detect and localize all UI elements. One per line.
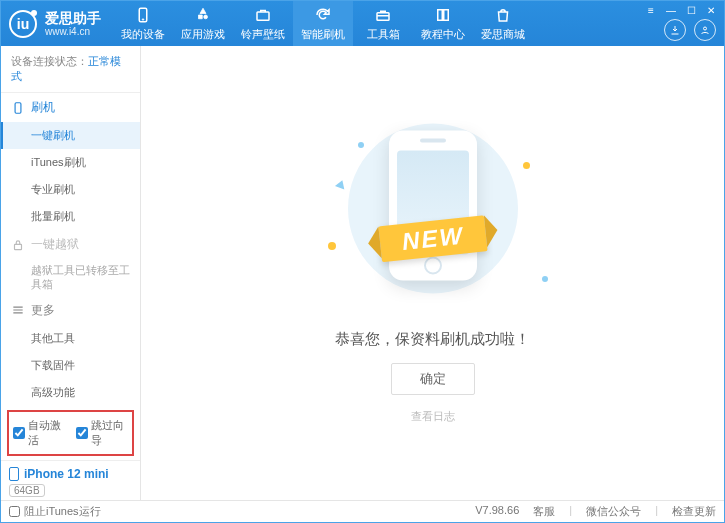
skip-setup-input[interactable]	[76, 427, 88, 439]
nav-ringtone-wallpaper[interactable]: 铃声壁纸	[233, 1, 293, 46]
minimize-button[interactable]: —	[662, 3, 680, 17]
bag-icon	[494, 6, 512, 24]
account-button[interactable]	[694, 19, 716, 41]
nav-label: 爱思商城	[481, 27, 525, 42]
view-log-link[interactable]: 查看日志	[411, 409, 455, 424]
block-itunes-checkbox[interactable]: 阻止iTunes运行	[9, 504, 101, 519]
nav-tutorial[interactable]: 教程中心	[413, 1, 473, 46]
lock-icon	[11, 238, 25, 252]
nav-label: 智能刷机	[301, 27, 345, 42]
nav-label: 教程中心	[421, 27, 465, 42]
skip-setup-label: 跳过向导	[91, 418, 129, 448]
phone-icon	[11, 101, 25, 115]
sidebar-group-jailbreak: 一键越狱	[1, 230, 140, 259]
download-button[interactable]	[664, 19, 686, 41]
options-highlight-box: 自动激活 跳过向导	[7, 410, 134, 456]
checkbox-skip-setup[interactable]: 跳过向导	[76, 418, 129, 448]
nav-label: 铃声壁纸	[241, 27, 285, 42]
sidebar-item-batch-flash[interactable]: 批量刷机	[1, 203, 140, 230]
device-storage-badge: 64GB	[9, 484, 45, 497]
apps-icon	[194, 6, 212, 24]
checkbox-auto-activate[interactable]: 自动激活	[13, 418, 66, 448]
sidebar-item-one-key-flash[interactable]: 一键刷机	[1, 122, 140, 149]
sidebar-group-flash[interactable]: 刷机	[1, 93, 140, 122]
user-icon	[699, 24, 711, 36]
jailbreak-note: 越狱工具已转移至工具箱	[1, 259, 140, 296]
sidebar-item-advanced[interactable]: 高级功能	[1, 379, 140, 406]
nav-store[interactable]: 爱思商城	[473, 1, 533, 46]
auto-activate-label: 自动激活	[28, 418, 66, 448]
svg-rect-6	[15, 244, 22, 249]
menu-icon	[11, 303, 25, 317]
download-icon	[669, 24, 681, 36]
close-button[interactable]: ✕	[702, 3, 720, 17]
sidebar: 设备连接状态：正常模式 刷机 一键刷机 iTunes刷机 专业刷机 批量刷机 一…	[1, 46, 141, 500]
app-body: 设备连接状态：正常模式 刷机 一键刷机 iTunes刷机 专业刷机 批量刷机 一…	[1, 46, 724, 500]
status-bar: 阻止iTunes运行 V7.98.66 客服 | 微信公众号 | 检查更新	[1, 500, 724, 522]
svg-rect-5	[15, 102, 21, 113]
window-controls: ≡ — ☐ ✕	[642, 3, 720, 17]
conn-label: 设备连接状态：	[11, 55, 88, 67]
device-panel[interactable]: iPhone 12 mini 64GB Down-12mini-13,1	[1, 460, 140, 500]
sidebar-group-more[interactable]: 更多	[1, 296, 140, 325]
device-icon	[9, 467, 19, 481]
wechat-link[interactable]: 微信公众号	[586, 504, 641, 519]
nav-my-device[interactable]: 我的设备	[113, 1, 173, 46]
version-label: V7.98.66	[475, 504, 519, 519]
phone-icon	[134, 6, 152, 24]
toolbox-icon	[374, 6, 392, 24]
group-title: 更多	[31, 302, 55, 319]
group-title: 刷机	[31, 99, 55, 116]
maximize-button[interactable]: ☐	[682, 3, 700, 17]
auto-activate-input[interactable]	[13, 427, 25, 439]
sidebar-item-download-firmware[interactable]: 下载固件	[1, 352, 140, 379]
nav-toolbox[interactable]: 工具箱	[353, 1, 413, 46]
settings-button[interactable]: ≡	[642, 3, 660, 17]
logo-icon: iu	[9, 10, 37, 38]
main-content: NEW 恭喜您，保资料刷机成功啦！ 确定 查看日志	[141, 46, 724, 500]
success-illustration: NEW	[318, 122, 548, 312]
device-name: iPhone 12 mini	[24, 467, 109, 481]
app-logo: iu 爱思助手 www.i4.cn	[1, 10, 113, 38]
app-url: www.i4.cn	[45, 27, 101, 37]
svg-rect-2	[257, 12, 269, 20]
check-update-link[interactable]: 检查更新	[672, 504, 716, 519]
nav-label: 应用游戏	[181, 27, 225, 42]
titlebar: iu 爱思助手 www.i4.cn 我的设备 应用游戏 铃声壁纸 智能刷机	[1, 1, 724, 46]
customer-service-link[interactable]: 客服	[533, 504, 555, 519]
book-icon	[434, 6, 452, 24]
block-itunes-label: 阻止iTunes运行	[24, 504, 101, 519]
nav-smart-flash[interactable]: 智能刷机	[293, 1, 353, 46]
nav-apps-games[interactable]: 应用游戏	[173, 1, 233, 46]
device-detail: Down-12mini-13,1	[9, 499, 132, 500]
briefcase-icon	[254, 6, 272, 24]
svg-point-4	[704, 27, 707, 30]
sidebar-item-other-tools[interactable]: 其他工具	[1, 325, 140, 352]
block-itunes-input[interactable]	[9, 506, 20, 517]
svg-point-1	[142, 18, 144, 20]
nav-label: 我的设备	[121, 27, 165, 42]
refresh-icon	[314, 6, 332, 24]
ok-button[interactable]: 确定	[391, 363, 475, 395]
connection-status: 设备连接状态：正常模式	[1, 46, 140, 93]
group-title: 一键越狱	[31, 236, 79, 253]
app-name: 爱思助手	[45, 11, 101, 25]
sidebar-item-pro-flash[interactable]: 专业刷机	[1, 176, 140, 203]
sidebar-item-itunes-flash[interactable]: iTunes刷机	[1, 149, 140, 176]
app-window: iu 爱思助手 www.i4.cn 我的设备 应用游戏 铃声壁纸 智能刷机	[0, 0, 725, 523]
nav-label: 工具箱	[367, 27, 400, 42]
top-nav: 我的设备 应用游戏 铃声壁纸 智能刷机 工具箱 教程中心	[113, 1, 724, 46]
success-message: 恭喜您，保资料刷机成功啦！	[335, 330, 530, 349]
